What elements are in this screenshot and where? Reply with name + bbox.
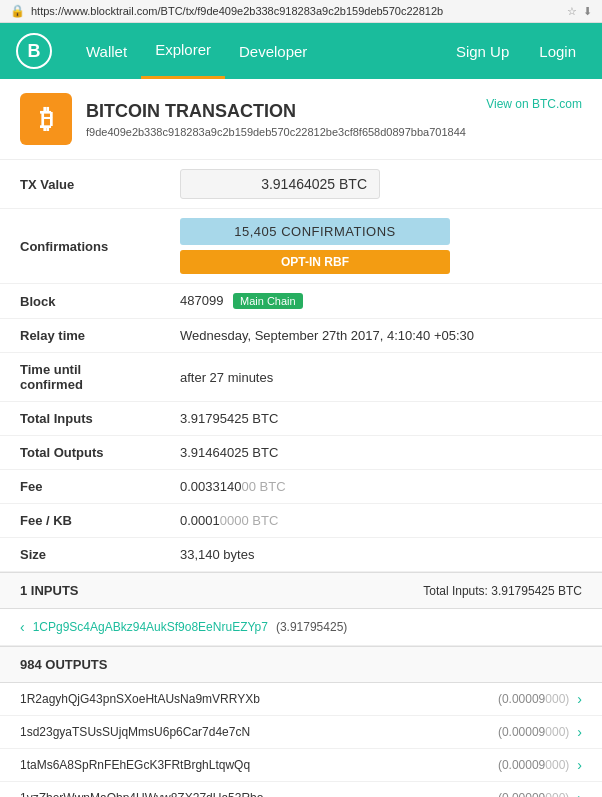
relay-time-label: Relay time (0, 319, 160, 353)
input-address[interactable]: 1CPg9Sc4AgABkz94AukSf9o8EeNruEZYp7 (33, 620, 268, 634)
tx-value-box: 3.91464025 BTC (180, 169, 380, 199)
total-inputs-label: Total Inputs (0, 402, 160, 436)
size-value: 33,140 bytes (160, 538, 602, 572)
output-row: 1vzZberWwnMaQbp4UWvw8ZX27dUa53Rbo(0.0000… (0, 782, 602, 797)
navbar: B Wallet Explorer Developer Sign Up Logi… (0, 23, 602, 79)
block-badge: Main Chain (233, 293, 303, 309)
fee-kb-value: 0.00010000 BTC (160, 504, 602, 538)
inputs-list: ‹ 1CPg9Sc4AgABkz94AukSf9o8EeNruEZYp7 (3.… (0, 609, 602, 646)
tx-value-row: TX Value 3.91464025 BTC (0, 160, 602, 209)
btc-icon: ₿ (20, 93, 72, 145)
url-text: https://www.blocktrail.com/BTC/tx/f9de40… (31, 5, 561, 17)
tx-value-label: TX Value (0, 160, 160, 209)
fee-kb-muted: 0000 BTC (220, 513, 279, 528)
tx-hash: f9de409e2b338c918283a9c2b159deb570c22812… (86, 126, 466, 138)
tx-title: BITCOIN TRANSACTION (86, 101, 466, 122)
output-row: 1R2agyhQjG43pnSXoeHtAUsNa9mVRRYXb(0.0000… (0, 683, 602, 716)
outputs-count: 984 OUTPUTS (20, 657, 107, 672)
star-icon[interactable]: ☆ (567, 5, 577, 18)
size-row: Size 33,140 bytes (0, 538, 602, 572)
outputs-list: 1R2agyhQjG43pnSXoeHtAUsNa9mVRRYXb(0.0000… (0, 683, 602, 797)
relay-time-value: Wednesday, September 27th 2017, 4:10:40 … (160, 319, 602, 353)
chevron-right-icon: › (577, 790, 582, 797)
rbf-box: OPT-IN RBF (180, 250, 450, 274)
nav-links: Wallet Explorer Developer (72, 23, 446, 79)
fee-muted: 00 BTC (241, 479, 285, 494)
fee-value: 0.003314000 BTC (160, 470, 602, 504)
confirmations-cell: 15,405 CONFIRMATIONS OPT-IN RBF (160, 209, 602, 284)
total-inputs-row: Total Inputs 3.91795425 BTC (0, 402, 602, 436)
total-inputs-value: 3.91795425 BTC (160, 402, 602, 436)
inputs-section-header: 1 INPUTS Total Inputs: 3.91795425 BTC (0, 572, 602, 609)
tx-title-block: BITCOIN TRANSACTION f9de409e2b338c918283… (86, 101, 466, 138)
output-address[interactable]: 1taMs6A8SpRnFEhEGcK3FRtBrghLtqwQq (20, 758, 250, 772)
output-address[interactable]: 1sd23gyaTSUsSUjqMmsU6p6Car7d4e7cN (20, 725, 250, 739)
confirmations-label: Confirmations (0, 209, 160, 284)
output-address[interactable]: 1vzZberWwnMaQbp4UWvw8ZX27dUa53Rbo (20, 791, 263, 797)
confirmations-box: 15,405 CONFIRMATIONS (180, 218, 450, 245)
fee-kb-label: Fee / KB (0, 504, 160, 538)
fee-row: Fee 0.003314000 BTC (0, 470, 602, 504)
lock-icon: 🔒 (10, 4, 25, 18)
block-row: Block 487099 Main Chain (0, 284, 602, 319)
chevron-left-icon: ‹ (20, 619, 25, 635)
nav-right: Sign Up Login (446, 43, 586, 60)
total-outputs-value: 3.91464025 BTC (160, 436, 602, 470)
time-confirmed-value: after 27 minutes (160, 353, 602, 402)
transaction-header: ₿ BITCOIN TRANSACTION f9de409e2b338c9182… (0, 79, 602, 160)
nav-explorer[interactable]: Explorer (141, 23, 225, 79)
inputs-total: Total Inputs: 3.91795425 BTC (423, 584, 582, 598)
total-outputs-row: Total Outputs 3.91464025 BTC (0, 436, 602, 470)
output-address[interactable]: 1R2agyhQjG43pnSXoeHtAUsNa9mVRRYXb (20, 692, 260, 706)
download-icon[interactable]: ⬇ (583, 5, 592, 18)
time-confirmed-label: Time until confirmed (0, 353, 160, 402)
view-on-btc-link[interactable]: View on BTC.com (486, 93, 582, 111)
tx-details-table: TX Value 3.91464025 BTC Confirmations 15… (0, 160, 602, 572)
input-value: (3.91795425) (276, 620, 347, 634)
confirmations-row: Confirmations 15,405 CONFIRMATIONS OPT-I… (0, 209, 602, 284)
signup-button[interactable]: Sign Up (446, 43, 519, 60)
nav-wallet[interactable]: Wallet (72, 23, 141, 79)
chevron-right-icon: › (577, 691, 582, 707)
login-button[interactable]: Login (529, 43, 586, 60)
url-bar: 🔒 https://www.blocktrail.com/BTC/tx/f9de… (0, 0, 602, 23)
total-outputs-label: Total Outputs (0, 436, 160, 470)
outputs-section-header: 984 OUTPUTS (0, 646, 602, 683)
output-row: 1sd23gyaTSUsSUjqMmsU6p6Car7d4e7cN(0.0000… (0, 716, 602, 749)
inputs-count: 1 INPUTS (20, 583, 79, 598)
time-confirmed-row: Time until confirmed after 27 minutes (0, 353, 602, 402)
nav-developer[interactable]: Developer (225, 23, 321, 79)
fee-label: Fee (0, 470, 160, 504)
output-row: 1taMs6A8SpRnFEhEGcK3FRtBrghLtqwQq(0.0000… (0, 749, 602, 782)
block-label: Block (0, 284, 160, 319)
chevron-right-icon: › (577, 724, 582, 740)
tx-value-cell: 3.91464025 BTC (160, 160, 602, 209)
block-number: 487099 (180, 293, 223, 308)
output-value: (0.00009000) (498, 791, 569, 797)
output-value: (0.00009000) (498, 692, 569, 706)
site-logo[interactable]: B (16, 33, 52, 69)
output-value: (0.00009000) (498, 758, 569, 772)
size-label: Size (0, 538, 160, 572)
input-item: ‹ 1CPg9Sc4AgABkz94AukSf9o8EeNruEZYp7 (3.… (0, 609, 602, 646)
fee-kb-row: Fee / KB 0.00010000 BTC (0, 504, 602, 538)
relay-time-row: Relay time Wednesday, September 27th 201… (0, 319, 602, 353)
url-actions: ☆ ⬇ (567, 5, 592, 18)
block-cell: 487099 Main Chain (160, 284, 602, 319)
output-value: (0.00009000) (498, 725, 569, 739)
chevron-right-icon: › (577, 757, 582, 773)
